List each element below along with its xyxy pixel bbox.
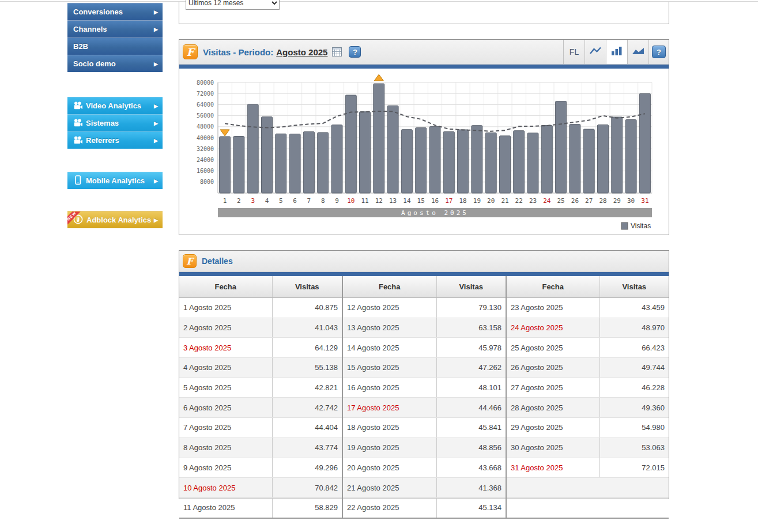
max-marker bbox=[374, 74, 383, 81]
svg-text:22: 22 bbox=[515, 197, 523, 205]
bar-day-22[interactable] bbox=[514, 131, 525, 193]
bar-day-13[interactable] bbox=[387, 105, 398, 193]
svg-text:80000: 80000 bbox=[197, 80, 214, 86]
date-cell: 5 Agosto 2025 bbox=[179, 378, 272, 398]
toolbar-area-chart-button[interactable] bbox=[627, 40, 648, 64]
bar-day-18[interactable] bbox=[458, 130, 469, 193]
bar-day-26[interactable] bbox=[570, 124, 580, 193]
date-cell: 18 Agosto 2025 bbox=[342, 418, 436, 438]
bar-day-24[interactable] bbox=[541, 126, 552, 194]
visits-cell: 45.134 bbox=[436, 497, 506, 518]
sidebar-item-label: Mobile Analytics bbox=[86, 176, 145, 185]
visits-cell: 49.744 bbox=[599, 358, 669, 378]
bar-day-27[interactable] bbox=[583, 129, 594, 193]
table-row: 8 Agosto 202543.77419 Agosto 202548.8563… bbox=[179, 437, 669, 458]
details-panel: F Detalles FechaVisitasFechaVisitasFecha… bbox=[179, 250, 669, 499]
svg-text:56000: 56000 bbox=[197, 112, 214, 119]
date-cell: 21 Agosto 2025 bbox=[342, 478, 436, 498]
bar-day-12[interactable] bbox=[374, 84, 384, 193]
bar-day-29[interactable] bbox=[612, 117, 623, 193]
sidebar-item-label: Conversiones bbox=[73, 7, 123, 16]
bar-day-2[interactable] bbox=[233, 137, 244, 194]
visits-cell: 63.158 bbox=[436, 318, 506, 338]
bar-day-15[interactable] bbox=[416, 128, 427, 193]
details-panel-header: F Detalles bbox=[179, 251, 669, 272]
svg-text:3: 3 bbox=[251, 197, 255, 205]
bar-day-8[interactable] bbox=[318, 133, 329, 193]
sidebar-item-adblock-analytics[interactable]: NEWAdblock Analytics▶ bbox=[67, 211, 163, 228]
sidebar-item-conversiones[interactable]: Conversiones▶ bbox=[67, 3, 163, 20]
bar-day-14[interactable] bbox=[401, 130, 412, 193]
date-cell: 2 Agosto 2025 bbox=[179, 318, 272, 338]
bar-day-17[interactable] bbox=[443, 131, 454, 193]
bar-day-30[interactable] bbox=[625, 120, 636, 193]
toolbar-bar-chart-button[interactable] bbox=[606, 40, 627, 64]
bar-day-9[interactable] bbox=[331, 125, 342, 193]
svg-text:48000: 48000 bbox=[197, 123, 214, 130]
help-icon[interactable]: ? bbox=[349, 46, 361, 58]
bar-day-4[interactable] bbox=[262, 117, 273, 193]
empty-cell bbox=[506, 478, 669, 498]
date-cell: 30 Agosto 2025 bbox=[506, 437, 599, 458]
bar-day-6[interactable] bbox=[289, 134, 300, 193]
bar-day-11[interactable] bbox=[360, 112, 371, 193]
sidebar-item-referrers[interactable]: Referrers▶ bbox=[67, 131, 163, 149]
bar-day-7[interactable] bbox=[303, 131, 314, 193]
svg-text:24: 24 bbox=[543, 197, 551, 205]
svg-text:64000: 64000 bbox=[197, 101, 214, 108]
bar-day-10[interactable] bbox=[345, 95, 356, 193]
date-cell: 28 Agosto 2025 bbox=[506, 398, 599, 418]
visits-cell: 43.668 bbox=[436, 458, 506, 478]
toolbar-fl-button[interactable]: FL bbox=[563, 40, 584, 64]
svg-text:32000: 32000 bbox=[197, 146, 214, 152]
bar-day-5[interactable] bbox=[276, 134, 286, 193]
svg-text:10: 10 bbox=[347, 197, 355, 205]
panel-accent-bar bbox=[179, 65, 669, 69]
sidebar-item-sistemas[interactable]: Sistemas▶ bbox=[67, 114, 163, 131]
sidebar-item-mobile-analytics[interactable]: Mobile Analytics▶ bbox=[67, 172, 163, 189]
bar-day-28[interactable] bbox=[598, 125, 609, 194]
column-header-visitas: Visitas bbox=[599, 276, 669, 298]
svg-text:11: 11 bbox=[361, 197, 368, 205]
bar-day-3[interactable] bbox=[247, 104, 258, 193]
bar-day-19[interactable] bbox=[472, 126, 482, 193]
sidebar-item-channels[interactable]: Channels▶ bbox=[67, 20, 163, 37]
toolbar-help-button[interactable]: ? bbox=[648, 40, 669, 64]
date-cell: 14 Agosto 2025 bbox=[342, 338, 436, 358]
svg-text:72000: 72000 bbox=[197, 90, 214, 97]
visits-chart-panel: F Visitas - Periodo: Agosto 2025 ? FL bbox=[179, 39, 669, 235]
calendar-icon[interactable] bbox=[332, 47, 342, 56]
date-cell: 17 Agosto 2025 bbox=[342, 398, 436, 418]
visits-cell: 44.466 bbox=[436, 398, 506, 418]
sidebar-item-socio-demo[interactable]: Socio demo▶ bbox=[67, 55, 163, 72]
bar-day-23[interactable] bbox=[527, 133, 538, 193]
svg-text:8000: 8000 bbox=[200, 179, 214, 185]
chevron-right-icon: ▶ bbox=[154, 212, 158, 228]
visits-cell: 72.015 bbox=[599, 458, 669, 478]
date-cell: 15 Agosto 2025 bbox=[342, 358, 436, 378]
legend-swatch bbox=[621, 222, 628, 229]
svg-text:27: 27 bbox=[585, 197, 593, 205]
bar-day-1[interactable] bbox=[220, 137, 231, 193]
chevron-right-icon: ▶ bbox=[154, 97, 158, 115]
svg-text:28: 28 bbox=[599, 197, 606, 205]
visits-cell: 48.856 bbox=[436, 437, 506, 458]
bar-day-21[interactable] bbox=[500, 136, 511, 193]
bar-day-20[interactable] bbox=[485, 133, 496, 193]
table-row: 4 Agosto 202555.13815 Agosto 202547.2622… bbox=[179, 358, 669, 378]
bar-day-31[interactable] bbox=[639, 93, 650, 193]
svg-text:16: 16 bbox=[431, 197, 439, 205]
chart-period-link[interactable]: Agosto 2025 bbox=[276, 47, 327, 57]
toolbar-line-chart-button[interactable] bbox=[584, 40, 606, 64]
visits-cell: 46.228 bbox=[599, 378, 669, 398]
legend-label: Visitas bbox=[631, 222, 651, 230]
mobile-phone-icon bbox=[73, 174, 82, 191]
period-range-select[interactable]: Últimos 12 meses bbox=[186, 0, 280, 10]
sidebar-item-video-analytics[interactable]: Video Analytics▶ bbox=[67, 97, 163, 114]
bar-day-25[interactable] bbox=[556, 101, 567, 193]
line-chart-icon bbox=[589, 46, 602, 58]
bar-day-16[interactable] bbox=[429, 127, 440, 193]
date-cell: 22 Agosto 2025 bbox=[342, 497, 436, 518]
svg-text:31: 31 bbox=[641, 197, 648, 205]
sidebar-item-b2b[interactable]: B2B bbox=[67, 37, 163, 55]
